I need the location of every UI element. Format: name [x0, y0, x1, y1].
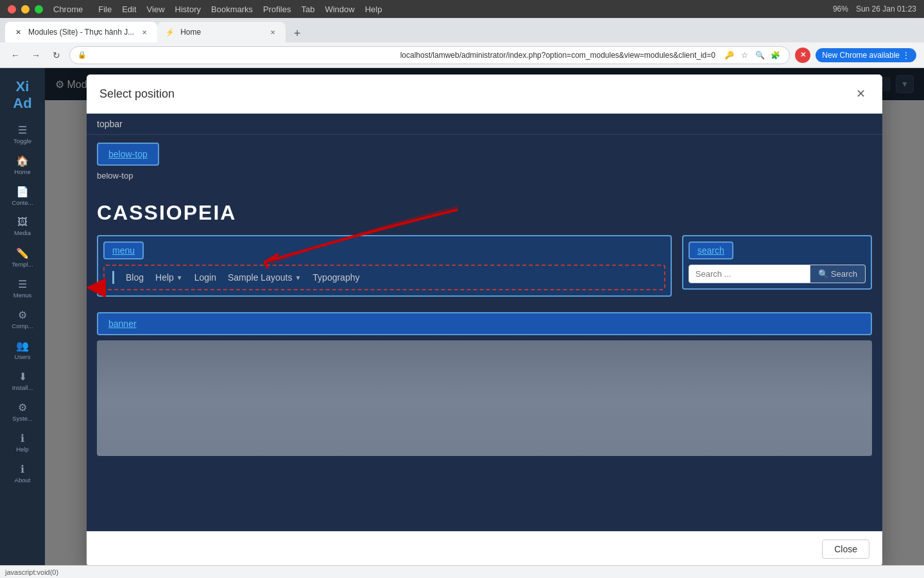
- password-icon[interactable]: 🔑: [723, 49, 735, 62]
- tab-close-home[interactable]: ✕: [268, 27, 278, 37]
- nav-item-typography[interactable]: Typography: [306, 270, 366, 285]
- url-display: localhost/lamweb/administrator/index.php…: [400, 51, 718, 60]
- nav-help-label: Help: [155, 272, 174, 283]
- banner-row: banner: [97, 312, 872, 335]
- new-chrome-banner[interactable]: New Chrome available ⋮: [816, 48, 916, 62]
- tab-modules[interactable]: ✕ Modules (Site) - Thực hành J... ✕: [5, 22, 157, 42]
- menu-view[interactable]: View: [147, 4, 165, 14]
- sidebar-item-content[interactable]: 📄 Conte...: [3, 182, 42, 210]
- search-text-input[interactable]: [689, 265, 810, 283]
- sidebar-item-home[interactable]: 🏠 Home: [3, 151, 42, 179]
- sidebar-item-users[interactable]: 👥 Users: [3, 336, 42, 364]
- main-panel: ⚙ Modules (Site) Help ▼ Select position …: [45, 68, 924, 578]
- content-area: XiAd ☰ Toggle 🏠 Home 📄 Conte... 🖼 Media …: [0, 68, 924, 578]
- components-icon: ⚙: [18, 309, 27, 321]
- nav-help-arrow-icon: ▼: [176, 274, 183, 281]
- tab-favicon-home: ⚡: [165, 27, 175, 37]
- status-text: javascript:void(0): [5, 568, 58, 576]
- titlebar-menu: File Edit View History Bookmarks Profile…: [98, 4, 382, 14]
- dashed-nav: Blog Help ▼ Login Sample Layouts ▼: [103, 265, 665, 290]
- search-box: search 🔍 Search: [682, 235, 872, 290]
- nav-divider: [112, 271, 114, 284]
- extensions-icon[interactable]: 🧩: [769, 49, 782, 62]
- below-top-label: below-top: [97, 168, 159, 183]
- nav-sample-label: Sample Layouts: [228, 272, 292, 283]
- sidebar-item-help[interactable]: ℹ Help: [3, 428, 42, 457]
- traffic-lights: [8, 5, 43, 13]
- modal-footer-close-button[interactable]: Close: [822, 539, 869, 559]
- sidebar-label-menus: Menus: [13, 292, 32, 299]
- search-submit-label: Search: [831, 269, 857, 279]
- titlebar: Chrome File Edit View History Bookmarks …: [0, 0, 924, 18]
- sidebar-label-components: Comp...: [12, 322, 33, 329]
- tab-title-home: Home: [180, 28, 262, 37]
- svg-marker-2: [87, 278, 105, 297]
- menu-profiles[interactable]: Profiles: [263, 4, 291, 14]
- address-input[interactable]: 🔒 localhost/lamweb/administrator/index.p…: [69, 46, 790, 64]
- banner-button[interactable]: banner: [97, 312, 872, 335]
- tab-close-modules[interactable]: ✕: [139, 27, 150, 37]
- menu-history[interactable]: History: [175, 4, 201, 14]
- home-icon: 🏠: [16, 155, 29, 167]
- clock: Sun 26 Jan 01:23: [856, 4, 916, 13]
- menu-label-btn[interactable]: menu: [103, 241, 144, 259]
- maximize-traffic-light[interactable]: [35, 5, 43, 13]
- lens-icon[interactable]: 🔍: [753, 49, 766, 62]
- sidebar-logo[interactable]: XiAd: [10, 73, 34, 118]
- address-bar: ← → ↻ 🔒 localhost/lamweb/administrator/i…: [0, 42, 924, 68]
- nav-item-login[interactable]: Login: [188, 270, 223, 285]
- search-submit-icon: 🔍: [818, 269, 828, 279]
- sidebar-item-system[interactable]: ⚙ Syste...: [3, 398, 42, 426]
- modal-footer: Close: [87, 531, 882, 566]
- sidebar-label-help: Help: [16, 446, 29, 453]
- content-icon: 📄: [16, 186, 29, 198]
- reload-button[interactable]: ↻: [49, 48, 64, 63]
- sidebar-label-about: About: [15, 477, 31, 484]
- tab-title-modules: Modules (Site) - Thực hành J...: [28, 28, 134, 37]
- bookmark-icon[interactable]: ☆: [738, 49, 751, 62]
- toggle-icon: ☰: [18, 124, 27, 136]
- new-tab-button[interactable]: +: [288, 24, 306, 42]
- sidebar-item-install[interactable]: ⬇ Install...: [3, 367, 42, 395]
- red-arrow-decoration: [137, 185, 458, 268]
- system-icon: ⚙: [18, 401, 27, 414]
- sidebar-item-about[interactable]: ℹ About: [3, 459, 42, 487]
- nav-item-sample-layouts[interactable]: Sample Layouts ▼: [223, 270, 306, 285]
- profile-button[interactable]: ✕: [795, 48, 810, 63]
- back-button[interactable]: ←: [8, 48, 23, 63]
- sidebar-item-menus[interactable]: ☰ Menus: [3, 274, 42, 302]
- sidebar-item-templates[interactable]: ✏️ Templ...: [3, 243, 42, 272]
- nav-item-help[interactable]: Help ▼: [150, 270, 188, 285]
- menu-file[interactable]: File: [98, 4, 112, 14]
- menu-edit[interactable]: Edit: [122, 4, 136, 14]
- menu-bookmarks[interactable]: Bookmarks: [211, 4, 253, 14]
- menu-box: menu Blog Help ▼ Login: [97, 235, 672, 297]
- modal-header: Select position ✕: [87, 74, 882, 114]
- admin-sidebar: XiAd ☰ Toggle 🏠 Home 📄 Conte... 🖼 Media …: [0, 68, 45, 578]
- new-chrome-menu-icon: ⋮: [902, 51, 910, 60]
- background-image-area: [97, 340, 872, 456]
- sidebar-item-components[interactable]: ⚙ Comp...: [3, 305, 42, 333]
- minimize-traffic-light[interactable]: [21, 5, 30, 13]
- menu-help[interactable]: Help: [365, 4, 382, 14]
- nav-item-blog[interactable]: Blog: [119, 270, 150, 285]
- modal-close-button[interactable]: ✕: [851, 85, 869, 103]
- about-icon: ℹ: [21, 463, 24, 475]
- sidebar-item-media[interactable]: 🖼 Media: [3, 213, 42, 241]
- sidebar-label-content: Conte...: [12, 199, 33, 206]
- close-traffic-light[interactable]: [8, 5, 16, 13]
- search-submit-button[interactable]: 🔍 Search: [810, 265, 866, 283]
- modal-title: Select position: [99, 87, 175, 101]
- sidebar-item-toggle[interactable]: ☰ Toggle: [3, 120, 42, 148]
- address-icons: 🔑 ☆ 🔍 🧩: [723, 49, 782, 62]
- forward-button[interactable]: →: [28, 48, 44, 63]
- below-top-button[interactable]: below-top: [97, 143, 159, 166]
- menu-tab[interactable]: Tab: [301, 4, 314, 14]
- menu-window[interactable]: Window: [325, 4, 354, 14]
- search-label-btn[interactable]: search: [689, 241, 733, 259]
- tab-bar: ✕ Modules (Site) - Thực hành J... ✕ ⚡ Ho…: [0, 18, 924, 42]
- select-position-modal: Select position ✕ topbar below-top below…: [87, 74, 882, 566]
- templates-icon: ✏️: [16, 247, 29, 259]
- status-bar: javascript:void(0): [0, 565, 924, 578]
- tab-home[interactable]: ⚡ Home ✕: [157, 22, 286, 42]
